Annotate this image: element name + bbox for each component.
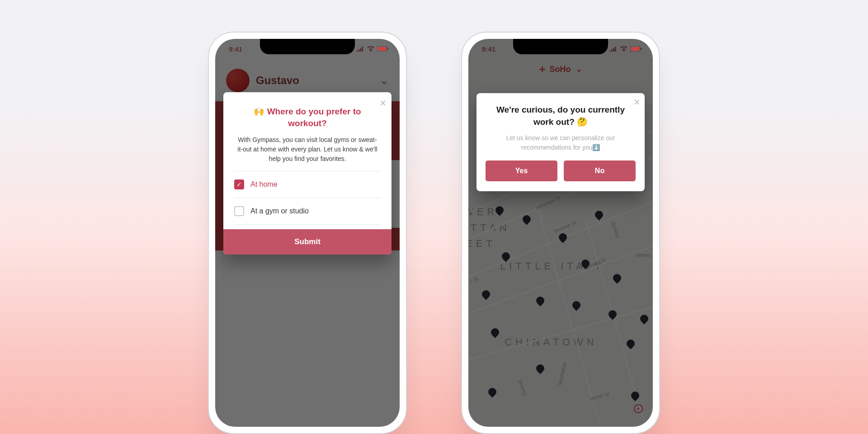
phone-mock-right: WER HATTAN EET LITTLE ITALY CHINATOWN Ke… xyxy=(461,32,660,434)
svg-rect-4 xyxy=(631,47,639,51)
close-icon[interactable]: × xyxy=(380,97,386,109)
workout-preference-modal: × 🙌 Where do you prefer to workout? With… xyxy=(223,92,392,255)
submit-button[interactable]: Submit xyxy=(223,229,392,255)
signal-icon xyxy=(609,45,618,53)
option-at-home[interactable]: ✓ At home xyxy=(234,171,381,198)
modal-description: With Gympass, you can visit local gyms o… xyxy=(234,135,381,171)
no-button[interactable]: No xyxy=(564,160,636,181)
phone-screen-left: 9:41 Gustavo ⌄ xyxy=(215,39,400,427)
status-time: 9:41 xyxy=(482,45,495,53)
wifi-icon xyxy=(367,45,374,53)
phone-notch xyxy=(260,39,355,54)
checkbox-checked-icon[interactable]: ✓ xyxy=(234,179,244,189)
svg-rect-5 xyxy=(641,48,642,50)
thinking-face-icon: 🤔 xyxy=(577,117,588,127)
phone-mock-left: 9:41 Gustavo ⌄ xyxy=(208,32,407,434)
modal-title: 🙌 Where do you prefer to workout? xyxy=(234,106,381,129)
option-at-gym[interactable]: At a gym or studio xyxy=(234,198,381,225)
yes-button[interactable]: Yes xyxy=(486,160,557,181)
raised-hands-icon: 🙌 xyxy=(254,107,264,116)
option-label: At home xyxy=(250,180,278,189)
battery-icon xyxy=(630,45,642,53)
workout-question-modal: × We're curious, do you currently work o… xyxy=(476,93,645,191)
battery-icon xyxy=(377,45,389,53)
svg-rect-2 xyxy=(387,48,388,50)
modal-subtitle: Let us know so we can personalize our re… xyxy=(486,133,636,160)
phone-notch xyxy=(513,39,608,54)
checkbox-unchecked-icon[interactable] xyxy=(234,206,244,216)
wifi-icon xyxy=(620,45,627,53)
option-label: At a gym or studio xyxy=(250,207,309,215)
phone-screen-right: WER HATTAN EET LITTLE ITALY CHINATOWN Ke… xyxy=(468,39,653,427)
status-time: 9:41 xyxy=(229,45,242,53)
close-icon[interactable]: × xyxy=(634,96,640,108)
signal-icon xyxy=(356,45,364,53)
down-arrow-icon: ⬇️ xyxy=(592,144,600,151)
svg-rect-1 xyxy=(378,47,386,51)
modal-title: We're curious, do you currently work out… xyxy=(486,104,636,133)
